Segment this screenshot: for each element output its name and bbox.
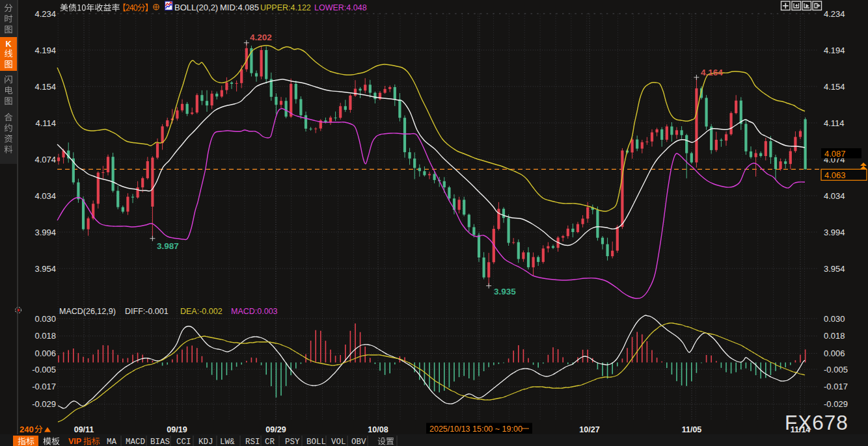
svg-text:0.030: 0.030: [824, 314, 845, 324]
svg-text:UPPER:4.122: UPPER:4.122: [260, 3, 311, 12]
svg-text:4.164: 4.164: [701, 68, 723, 77]
svg-text:0.018: 0.018: [34, 331, 56, 341]
svg-text:3.994: 3.994: [34, 228, 56, 237]
svg-text:4.114: 4.114: [35, 118, 56, 128]
svg-text:MACD(26,12,9): MACD(26,12,9): [59, 307, 116, 316]
svg-text:4.063: 4.063: [824, 170, 846, 180]
svg-text:09/29: 09/29: [265, 425, 286, 434]
svg-text:MID:4.085: MID:4.085: [220, 3, 259, 12]
svg-text:-0.029: -0.029: [32, 399, 56, 409]
svg-text:09/19: 09/19: [167, 425, 187, 434]
svg-text:BOLL(20,2): BOLL(20,2): [174, 3, 218, 12]
svg-text:VOL: VOL: [331, 438, 346, 446]
svg-text:BIAS: BIAS: [150, 438, 170, 446]
svg-text:BOLL: BOLL: [306, 438, 326, 446]
svg-text:4.234: 4.234: [824, 9, 845, 19]
svg-text:3.987: 3.987: [157, 241, 179, 251]
svg-text:4.114: 4.114: [824, 118, 845, 128]
svg-text:10/08: 10/08: [368, 425, 388, 434]
svg-text:CR: CR: [265, 438, 275, 446]
svg-text:MA: MA: [107, 438, 117, 446]
svg-text:-0.005: -0.005: [32, 365, 56, 374]
svg-text:-0.017: -0.017: [824, 382, 848, 391]
svg-text:4.194: 4.194: [824, 46, 845, 55]
svg-text:PSY: PSY: [285, 438, 300, 446]
svg-text:4.034: 4.034: [824, 191, 845, 201]
svg-text:OBV: OBV: [351, 438, 366, 446]
svg-text:DIFF:-0.001: DIFF:-0.001: [125, 307, 169, 316]
svg-text:-0.005: -0.005: [824, 365, 848, 374]
svg-text:KDJ: KDJ: [198, 438, 213, 446]
svg-text:11/05: 11/05: [682, 425, 702, 434]
svg-text:0.018: 0.018: [824, 331, 845, 341]
svg-text:4.087: 4.087: [824, 149, 846, 159]
svg-text:-0.029: -0.029: [824, 399, 848, 409]
svg-text:4.154: 4.154: [824, 82, 845, 92]
svg-text:4.194: 4.194: [34, 46, 56, 55]
svg-text:10/27: 10/27: [579, 425, 599, 434]
svg-text:0.006: 0.006: [824, 348, 845, 358]
svg-text:MACD:0.003: MACD:0.003: [231, 307, 278, 316]
svg-text:4.074: 4.074: [34, 155, 56, 164]
svg-text:RSI: RSI: [245, 438, 260, 446]
svg-text:3.935: 3.935: [494, 287, 516, 296]
svg-text:DEA:-0.002: DEA:-0.002: [180, 307, 223, 316]
svg-text:240: 240: [20, 425, 34, 434]
svg-text:VIP: VIP: [68, 437, 81, 446]
svg-text:09/11: 09/11: [74, 425, 94, 434]
svg-text:0.006: 0.006: [34, 348, 56, 358]
svg-text:4.034: 4.034: [34, 191, 56, 201]
svg-text:2025/10/13 15:00 ~ 19:00: 2025/10/13 15:00 ~ 19:00: [429, 425, 522, 434]
svg-text:MACD: MACD: [126, 438, 145, 446]
svg-text:3.994: 3.994: [824, 228, 845, 237]
svg-text:K: K: [5, 40, 11, 49]
svg-text:3.954: 3.954: [34, 264, 56, 274]
svg-text:LW&: LW&: [220, 438, 235, 446]
svg-text:0.030: 0.030: [34, 314, 56, 324]
svg-text:FX678: FX678: [785, 411, 848, 434]
svg-text:3.954: 3.954: [824, 264, 845, 274]
svg-text:4.154: 4.154: [34, 82, 56, 92]
svg-text:4.202: 4.202: [250, 33, 272, 42]
svg-text:4.234: 4.234: [34, 9, 56, 19]
svg-text:LOWER:4.048: LOWER:4.048: [314, 3, 367, 12]
svg-text:CCI: CCI: [176, 438, 191, 446]
svg-text:-0.017: -0.017: [32, 382, 56, 391]
